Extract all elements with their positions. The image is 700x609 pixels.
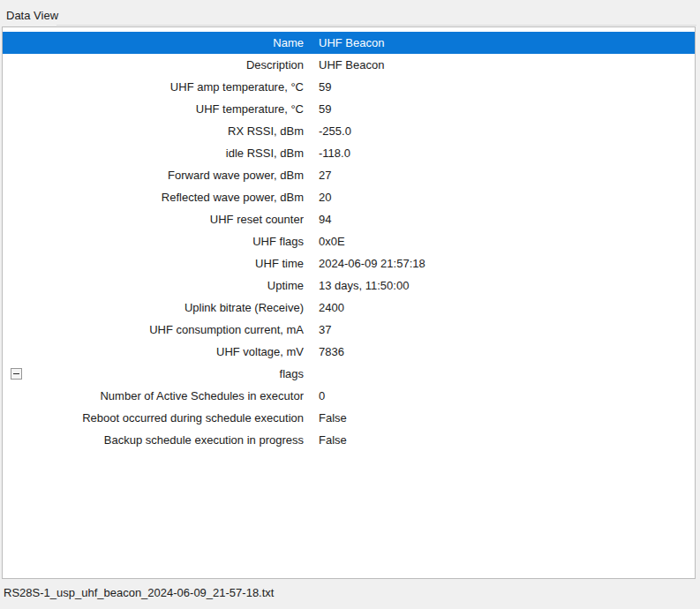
row-label: Uplink bitrate (Receive) [3, 301, 304, 314]
row-label: UHF consumption current, mA [3, 323, 304, 336]
row-value: 94 [319, 213, 695, 226]
table-row[interactable]: UHF flags 0x0E [3, 230, 695, 252]
row-value: 7836 [319, 345, 695, 358]
row-value: 2400 [319, 301, 695, 314]
table-row[interactable]: Backup schedule execution in progress Fa… [3, 429, 695, 451]
row-value: 20 [319, 191, 695, 204]
groupbox-title: Data View [6, 9, 62, 22]
row-value: 59 [319, 102, 695, 116]
row-value: 59 [319, 80, 695, 94]
row-label: Description [3, 58, 304, 71]
row-label: Reboot occurred during schedule executio… [3, 411, 304, 425]
collapse-icon[interactable] [11, 368, 22, 380]
row-label: idle RSSI, dBm [3, 147, 304, 160]
table-row[interactable]: Reflected wave power, dBm 20 [3, 186, 695, 208]
table-row[interactable]: UHF time 2024-06-09 21:57:18 [3, 252, 695, 274]
row-value: False [319, 433, 695, 447]
table-row[interactable]: UHF reset counter 94 [3, 208, 695, 230]
row-label: Reflected wave power, dBm [3, 191, 304, 204]
status-bar: RS28S-1_usp_uhf_beacon_2024-06-09_21-57-… [0, 579, 700, 609]
data-view-panel: Data View Name UHF Beacon Description UH… [0, 0, 700, 609]
row-value: 0 [319, 389, 695, 402]
status-filename: RS28S-1_usp_uhf_beacon_2024-06-09_21-57-… [4, 586, 274, 599]
row-value: False [319, 411, 695, 425]
row-label: Backup schedule execution in progress [3, 433, 304, 447]
table-row[interactable]: Description UHF Beacon [3, 54, 695, 76]
table-row[interactable]: flags [3, 363, 695, 385]
row-value: 13 days, 11:50:00 [319, 279, 695, 292]
row-label: Number of Active Schedules in executor [3, 389, 304, 402]
table-row[interactable]: idle RSSI, dBm -118.0 [3, 142, 695, 164]
row-label: Uptime [3, 279, 304, 292]
table-row[interactable]: Forward wave power, dBm 27 [3, 164, 695, 186]
row-value: 27 [319, 169, 695, 182]
row-value: UHF Beacon [319, 36, 695, 49]
telemetry-table-rows: Name UHF Beacon Description UHF Beacon U… [3, 32, 695, 451]
row-label: UHF reset counter [3, 213, 304, 226]
row-value: -255.0 [319, 124, 695, 138]
table-row[interactable]: Uplink bitrate (Receive) 2400 [3, 297, 695, 319]
table-row[interactable]: Number of Active Schedules in executor 0 [3, 385, 695, 407]
row-label: Name [3, 36, 304, 49]
table-row[interactable]: UHF voltage, mV 7836 [3, 341, 695, 363]
row-value: 0x0E [319, 235, 695, 248]
table-row[interactable]: UHF temperature, °C 59 [3, 98, 695, 120]
row-value: -118.0 [319, 147, 695, 160]
row-label: UHF voltage, mV [3, 345, 304, 358]
groupbox-border [56, 25, 696, 26]
row-label: UHF amp temperature, °C [3, 80, 304, 94]
row-label: Forward wave power, dBm [3, 169, 304, 182]
row-value: 2024-06-09 21:57:18 [319, 257, 695, 270]
row-label: UHF flags [3, 235, 304, 248]
row-value: 37 [319, 323, 695, 336]
table-row[interactable]: Uptime 13 days, 11:50:00 [3, 274, 695, 297]
table-row[interactable]: UHF consumption current, mA 37 [3, 319, 695, 341]
row-label: UHF temperature, °C [3, 102, 304, 116]
row-label: UHF time [3, 257, 304, 270]
table-row[interactable]: UHF amp temperature, °C 59 [3, 76, 695, 98]
table-row[interactable]: RX RSSI, dBm -255.0 [3, 120, 695, 142]
table-row[interactable]: Name UHF Beacon [3, 32, 695, 54]
table-row[interactable]: Reboot occurred during schedule executio… [3, 407, 695, 429]
telemetry-table: Name UHF Beacon Description UHF Beacon U… [2, 26, 696, 579]
row-label: flags [3, 367, 304, 380]
row-value: UHF Beacon [319, 58, 695, 71]
row-label: RX RSSI, dBm [3, 124, 304, 138]
